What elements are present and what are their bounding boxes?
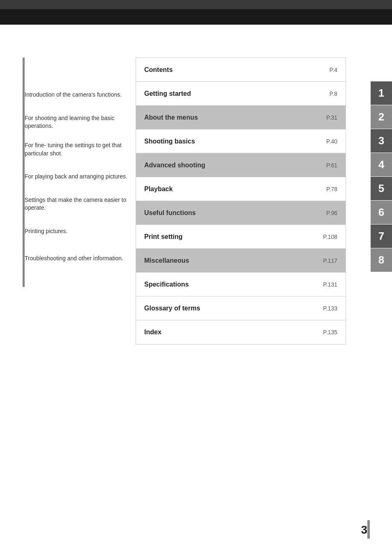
toc-page-index: P.135: [317, 329, 337, 336]
page-number: 3: [361, 523, 367, 537]
toc-page-about-menus: P.31: [317, 114, 337, 121]
toc-row-about-menus[interactable]: About the menusP.31: [136, 106, 346, 130]
toc-row-shooting-basics[interactable]: Shooting basicsP.40: [136, 130, 346, 153]
desc-spacer-contents: [25, 58, 127, 81]
toc-row-adv-shooting[interactable]: Advanced shootingP.61: [136, 153, 346, 177]
toc-title-shooting-basics: Shooting basics: [144, 138, 317, 145]
tab-item-2[interactable]: 2: [371, 105, 392, 129]
desc-item-5: Settings that make the camera easier to …: [25, 190, 127, 217]
left-accent-bar: [23, 58, 25, 287]
toc-title-contents: Contents: [144, 66, 317, 74]
tabs-column: 12345678: [371, 58, 392, 345]
toc-page-print-setting: P.108: [317, 234, 337, 240]
toc-page-useful-funcs: P.96: [317, 210, 337, 216]
desc-item-7: Troubleshooting and other information.: [25, 245, 127, 272]
page-number-bar: [367, 520, 370, 539]
toc-title-specifications: Specifications: [144, 281, 317, 288]
toc-page-adv-shooting: P.61: [317, 162, 337, 169]
tab-item-3[interactable]: 3: [371, 129, 392, 153]
toc-title-print-setting: Print setting: [144, 233, 317, 241]
toc-page-glossary: P.133: [317, 305, 337, 312]
toc-page-miscellaneous: P.117: [317, 257, 337, 264]
main-content: Introduction of the camera's functions.F…: [0, 25, 392, 369]
toc-title-miscellaneous: Miscellaneous: [144, 257, 317, 264]
toc-title-playback: Playback: [144, 185, 317, 193]
toc-row-glossary[interactable]: Glossary of termsP.133: [136, 296, 346, 320]
toc-row-useful-funcs[interactable]: Useful functionsP.96: [136, 201, 346, 225]
toc-page-getting-started: P.8: [317, 90, 337, 97]
top-bar: [0, 0, 392, 25]
toc-page-contents: P.4: [317, 67, 337, 73]
desc-item-2: For shooting and learning the basic oper…: [25, 109, 127, 136]
tab-spacer: [371, 58, 392, 81]
toc-row-specifications[interactable]: SpecificationsP.131: [136, 273, 346, 296]
desc-item-1: Introduction of the camera's functions.: [25, 81, 127, 109]
desc-item-4: For playing back and arranging pictures.: [25, 163, 127, 190]
toc-row-miscellaneous[interactable]: MiscellaneousP.117: [136, 249, 346, 273]
top-bar-inner: [0, 9, 392, 25]
tab-item-7[interactable]: 7: [371, 224, 392, 248]
toc-page-playback: P.78: [317, 186, 337, 192]
toc-table: ContentsP.4Getting startedP.8About the m…: [136, 58, 346, 345]
toc-page-shooting-basics: P.40: [317, 138, 337, 145]
toc-row-index[interactable]: IndexP.135: [136, 320, 346, 344]
tab-item-8[interactable]: 8: [371, 248, 392, 272]
toc-title-about-menus: About the menus: [144, 114, 317, 121]
toc-title-getting-started: Getting started: [144, 90, 317, 97]
toc-page-specifications: P.131: [317, 281, 337, 288]
toc-row-contents[interactable]: ContentsP.4: [136, 58, 346, 82]
toc-title-index: Index: [144, 329, 317, 336]
descriptions-column: Introduction of the camera's functions.F…: [0, 58, 136, 345]
toc-title-glossary: Glossary of terms: [144, 305, 317, 312]
toc-row-playback[interactable]: PlaybackP.78: [136, 177, 346, 201]
tab-item-4[interactable]: 4: [371, 153, 392, 177]
toc-row-print-setting[interactable]: Print settingP.108: [136, 225, 346, 249]
tab-item-5[interactable]: 5: [371, 177, 392, 201]
tab-item-6[interactable]: 6: [371, 201, 392, 224]
desc-item-3: For fine- tuning the settings to get tha…: [25, 136, 127, 163]
tab-item-1[interactable]: 1: [371, 81, 392, 105]
desc-item-6: Printing pictures.: [25, 217, 127, 245]
toc-row-getting-started[interactable]: Getting startedP.8: [136, 82, 346, 106]
toc-title-adv-shooting: Advanced shooting: [144, 162, 317, 169]
toc-title-useful-funcs: Useful functions: [144, 209, 317, 217]
